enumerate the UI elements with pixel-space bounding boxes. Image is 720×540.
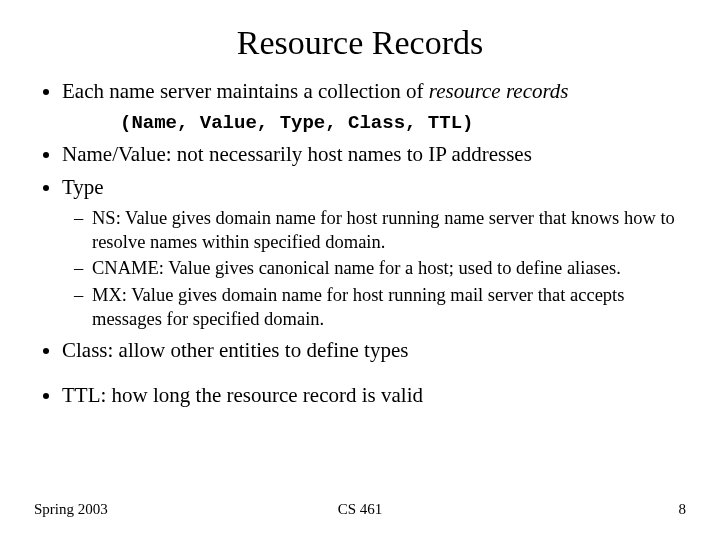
bullet-list-level2: NS: Value gives domain name for host run… xyxy=(34,207,686,331)
slide-content: Each name server maintains a collection … xyxy=(0,78,720,409)
bullet-list-level1: Each name server maintains a collection … xyxy=(34,78,686,105)
tuple-line: (Name, Value, Type, Class, TTL) xyxy=(120,111,686,135)
bullet-class: Class: allow other entities to define ty… xyxy=(62,337,686,364)
bullet-list-level1b: Name/Value: not necessarily host names t… xyxy=(34,141,686,201)
bullet-list-level1d: TTL: how long the resource record is val… xyxy=(34,382,686,409)
footer-center: CS 461 xyxy=(0,501,720,518)
bullet-type: Type xyxy=(62,174,686,201)
bullet-type-cname: CNAME: Value gives canonical name for a … xyxy=(74,257,686,281)
footer-left: Spring 2003 xyxy=(34,501,108,518)
intro-text-italic: resource records xyxy=(429,79,569,103)
bullet-name-value: Name/Value: not necessarily host names t… xyxy=(62,141,686,168)
slide-title: Resource Records xyxy=(0,0,720,72)
bullet-type-mx: MX: Value gives domain name for host run… xyxy=(74,284,686,331)
bullet-intro: Each name server maintains a collection … xyxy=(62,78,686,105)
intro-text-prefix: Each name server maintains a collection … xyxy=(62,79,429,103)
spacer xyxy=(34,370,686,376)
bullet-list-level1c: Class: allow other entities to define ty… xyxy=(34,337,686,364)
bullet-type-ns: NS: Value gives domain name for host run… xyxy=(74,207,686,254)
footer-right: 8 xyxy=(679,501,687,518)
bullet-ttl: TTL: how long the resource record is val… xyxy=(62,382,686,409)
slide: Resource Records Each name server mainta… xyxy=(0,0,720,540)
slide-footer: CS 461 Spring 2003 8 xyxy=(0,501,720,518)
